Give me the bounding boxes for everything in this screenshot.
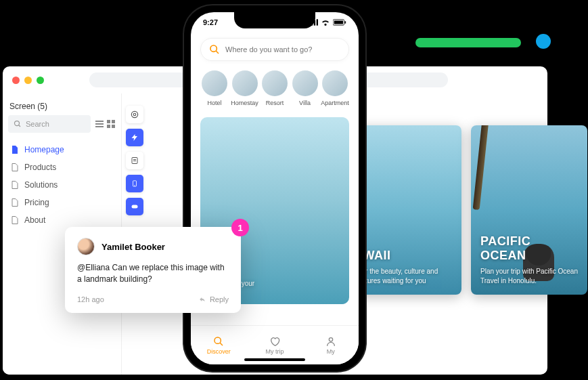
nav-item-products[interactable]: Products: [3, 159, 121, 176]
device-icon: [131, 179, 138, 188]
tool-toggle[interactable]: [126, 198, 143, 215]
tool-target[interactable]: [126, 106, 143, 123]
close-icon[interactable]: [12, 77, 20, 84]
category-apartment[interactable]: Apartment: [321, 70, 349, 106]
destination-search[interactable]: [200, 38, 349, 61]
nav-item-solutions[interactable]: Solutions: [3, 176, 121, 194]
destination-input[interactable]: [225, 45, 340, 54]
svg-rect-23: [345, 21, 346, 23]
category-label: Hotel: [207, 100, 221, 106]
panel-search-placeholder: Search: [26, 120, 49, 128]
phone-notch: [234, 12, 315, 28]
comment-card[interactable]: 1 Yamilet Booker @Elliana Can we replace…: [65, 227, 241, 313]
nav-label: Homepage: [24, 145, 64, 154]
notification-badge: 1: [231, 219, 249, 236]
nav-item-pricing[interactable]: Pricing: [3, 194, 121, 211]
promo-cards-row: AWAII over the beauty, culture and ventu…: [345, 125, 587, 295]
category-label: Homestay: [231, 100, 258, 106]
svg-rect-16: [132, 205, 138, 209]
category-image: [292, 70, 318, 96]
svg-rect-5: [107, 120, 110, 123]
card-title: AWAII: [355, 249, 452, 263]
category-row: Hotel Homestay Resort Villa Apartment: [191, 66, 359, 113]
svg-rect-2: [95, 121, 104, 122]
view-toggle[interactable]: [95, 119, 116, 129]
avatar: [77, 238, 95, 255]
category-homestay[interactable]: Homestay: [231, 70, 259, 106]
reply-button[interactable]: Reply: [198, 295, 229, 303]
category-label: Resort: [266, 100, 284, 106]
card-desc: Plan your trip with Pacific Ocean Travel…: [480, 267, 578, 285]
tool-note[interactable]: [126, 152, 143, 169]
list-view-icon[interactable]: [95, 119, 104, 129]
toggle-icon: [130, 203, 139, 211]
page-icon: [11, 163, 19, 172]
svg-line-25: [216, 51, 219, 54]
heart-icon: [269, 336, 280, 347]
page-filled-icon: [11, 145, 19, 154]
home-indicator[interactable]: [244, 358, 305, 361]
nav-item-homepage[interactable]: Homepage: [3, 141, 121, 159]
tool-bolt[interactable]: [126, 129, 143, 146]
nav-label: About: [24, 215, 45, 225]
wifi-icon: [321, 19, 330, 26]
svg-point-9: [131, 111, 137, 117]
nav-label: Pricing: [24, 198, 49, 207]
svg-rect-3: [95, 123, 104, 125]
comment-body: @Elliana Can we replace this image with …: [77, 262, 229, 286]
tab-label: My trip: [266, 348, 284, 355]
nav-list: Homepage Products Solutions Pricing Abou…: [3, 138, 121, 232]
svg-rect-22: [334, 21, 343, 24]
tool-strip: [125, 93, 145, 215]
tab-my[interactable]: My: [302, 326, 359, 364]
page-icon: [11, 198, 19, 207]
svg-point-28: [329, 337, 332, 341]
svg-line-27: [220, 343, 223, 345]
tab-label: Discover: [207, 348, 231, 355]
category-label: Apartment: [321, 100, 349, 106]
svg-rect-8: [112, 125, 115, 128]
phone-frame: 9:27 Hotel Homestay Resort Villa Apartme…: [184, 5, 365, 371]
category-image: [322, 70, 348, 96]
svg-rect-20: [317, 19, 318, 25]
category-image: [262, 70, 288, 96]
promo-card-pacific[interactable]: PACIFIC OCEAN Plan your trip with Pacifi…: [471, 125, 587, 295]
category-villa[interactable]: Villa: [291, 70, 319, 106]
nav-label: Products: [24, 163, 56, 172]
reply-label: Reply: [210, 295, 229, 303]
decor-pill: [415, 38, 521, 47]
category-image: [232, 70, 258, 96]
svg-line-1: [19, 125, 21, 127]
minimize-icon[interactable]: [24, 77, 32, 84]
svg-rect-4: [95, 126, 104, 127]
user-icon: [325, 336, 336, 347]
page-icon: [11, 180, 19, 190]
search-icon: [14, 120, 22, 128]
maximize-icon[interactable]: [37, 77, 44, 84]
category-image: [202, 70, 227, 96]
category-hotel[interactable]: Hotel: [200, 70, 229, 106]
comment-timestamp: 12h ago: [77, 295, 104, 303]
tab-discover[interactable]: Discover: [191, 326, 247, 364]
tool-device[interactable]: [126, 175, 143, 192]
tab-label: My: [327, 348, 335, 355]
svg-rect-6: [112, 120, 115, 123]
svg-point-24: [210, 45, 217, 51]
nav-label: Solutions: [24, 180, 58, 190]
panel-title: Screen (5): [3, 93, 121, 115]
grid-view-icon[interactable]: [106, 119, 116, 129]
panel-search-input[interactable]: Search: [8, 115, 91, 133]
svg-point-26: [214, 337, 221, 343]
reply-icon: [198, 296, 206, 303]
status-time: 9:27: [203, 18, 218, 26]
page-icon: [11, 215, 19, 225]
category-resort[interactable]: Resort: [261, 70, 289, 106]
battery-icon: [333, 19, 346, 26]
card-desc: over the beauty, culture and ventures wa…: [355, 267, 452, 285]
note-icon: [131, 156, 139, 165]
search-icon: [209, 44, 220, 55]
comment-author: Yamilet Booker: [101, 242, 165, 252]
decor-dot: [536, 34, 551, 49]
target-icon: [130, 110, 139, 119]
search-icon: [213, 336, 224, 347]
